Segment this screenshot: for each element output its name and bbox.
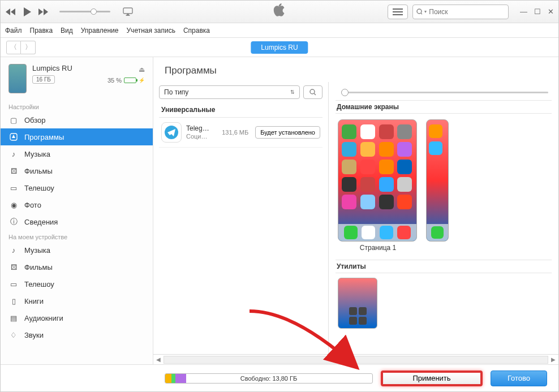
battery-icon bbox=[124, 77, 136, 83]
svg-line-8 bbox=[314, 93, 316, 95]
sidebar-item-device-sounds[interactable]: ♢Звуки bbox=[1, 326, 153, 343]
close-button[interactable]: ✕ bbox=[548, 7, 554, 16]
playback-controls bbox=[5, 6, 134, 18]
home-screen-page-2[interactable] bbox=[426, 119, 453, 252]
sidebar-item-info[interactable]: ⓘСведения bbox=[1, 213, 153, 230]
device-header: Lumpics RU ⏏ 16 ГБ 35 % ⚡ bbox=[1, 57, 153, 100]
svg-rect-3 bbox=[393, 14, 403, 15]
navigation-bar: 〈 〉 Lumpics RU bbox=[1, 38, 558, 57]
film-icon: ⚄ bbox=[8, 166, 19, 176]
horizontal-scrollbar[interactable]: ◀ ▶ bbox=[153, 354, 558, 364]
sidebar-item-overview[interactable]: ▢Обзор bbox=[1, 111, 153, 128]
device-icon: ▢ bbox=[8, 115, 19, 125]
scroll-right-icon[interactable]: ▶ bbox=[548, 356, 558, 363]
menu-controls[interactable]: Управление bbox=[81, 27, 119, 35]
updown-icon: ⇅ bbox=[290, 89, 295, 95]
nav-back-button[interactable]: 〈 bbox=[6, 41, 21, 54]
utilities-folder[interactable] bbox=[338, 278, 377, 329]
apply-button[interactable]: Применить bbox=[381, 371, 483, 386]
device-capacity: 16 ГБ bbox=[32, 75, 55, 84]
apps-search-button[interactable] bbox=[303, 85, 322, 99]
svg-rect-1 bbox=[393, 8, 403, 10]
apps-column: По типу ⇅ Универсальные Teleg… Соци… 131… bbox=[153, 82, 329, 354]
sidebar-item-device-tvshows[interactable]: ▭Телешоу bbox=[1, 275, 153, 292]
music-icon: ♪ bbox=[8, 245, 19, 255]
minimize-button[interactable]: ― bbox=[520, 7, 527, 16]
tv-icon: ▭ bbox=[8, 279, 19, 289]
svg-rect-2 bbox=[393, 11, 403, 12]
scroll-left-icon[interactable]: ◀ bbox=[153, 356, 164, 363]
sidebar-item-device-audiobooks[interactable]: ▤Аудиокниги bbox=[1, 309, 153, 326]
next-track-button[interactable] bbox=[38, 7, 49, 16]
view-list-button[interactable] bbox=[388, 5, 408, 19]
utilities-header: Утилиты bbox=[336, 260, 552, 273]
home-screen-page-1[interactable]: Страница 1 bbox=[338, 119, 418, 252]
sidebar-item-apps[interactable]: Программы bbox=[1, 128, 153, 145]
menu-account[interactable]: Учетная запись bbox=[127, 27, 175, 35]
menu-bar: Файл Правка Вид Управление Учетная запис… bbox=[1, 23, 558, 38]
titlebar: ▾ ― ☐ ✕ bbox=[1, 1, 558, 23]
storage-bar: Свободно: 13,80 ГБ bbox=[165, 373, 373, 384]
film-icon: ⚄ bbox=[8, 262, 19, 272]
nav-forward-button[interactable]: 〉 bbox=[21, 41, 36, 54]
svg-line-5 bbox=[421, 13, 422, 15]
sidebar-item-tvshows[interactable]: ▭Телешоу bbox=[1, 179, 153, 196]
app-size: 131,6 МБ bbox=[222, 129, 248, 136]
app-row-telegram[interactable]: Teleg… Соци… 131,6 МБ Будет установлено bbox=[159, 118, 322, 148]
menu-help[interactable]: Справка bbox=[183, 27, 210, 35]
telegram-icon bbox=[161, 122, 182, 143]
page-label: Страница 1 bbox=[338, 242, 418, 252]
apps-icon bbox=[8, 132, 19, 142]
bell-icon: ♢ bbox=[8, 330, 19, 340]
previous-track-button[interactable] bbox=[5, 7, 16, 16]
device-thumbnail bbox=[8, 64, 27, 93]
menu-view[interactable]: Вид bbox=[61, 27, 73, 35]
apps-section-universal: Универсальные bbox=[159, 102, 322, 118]
tv-icon: ▭ bbox=[8, 183, 19, 193]
search-input[interactable]: ▾ bbox=[412, 5, 509, 19]
volume-slider[interactable] bbox=[59, 11, 110, 12]
menu-file[interactable]: Файл bbox=[5, 27, 22, 35]
sidebar-item-device-books[interactable]: ▯Книги bbox=[1, 292, 153, 309]
app-name: Teleg… bbox=[186, 124, 217, 132]
app-category: Соци… bbox=[186, 133, 208, 140]
sidebar-item-device-movies[interactable]: ⚄Фильмы bbox=[1, 259, 153, 275]
battery-indicator: 35 % ⚡ bbox=[108, 77, 145, 84]
sidebar: Lumpics RU ⏏ 16 ГБ 35 % ⚡ Настройки ▢Обз… bbox=[1, 57, 153, 364]
airplay-icon[interactable] bbox=[122, 6, 134, 18]
home-screens-header: Домашние экраны bbox=[336, 100, 552, 114]
maximize-button[interactable]: ☐ bbox=[534, 7, 541, 16]
sidebar-section-settings: Настройки bbox=[1, 100, 153, 111]
svg-rect-0 bbox=[123, 8, 132, 14]
play-button[interactable] bbox=[22, 6, 32, 18]
footer: Свободно: 13,80 ГБ Применить Готово bbox=[1, 364, 558, 391]
done-button[interactable]: Готово bbox=[491, 371, 547, 386]
page-title: Программы bbox=[153, 57, 558, 82]
zoom-slider[interactable] bbox=[336, 87, 552, 98]
device-pill[interactable]: Lumpics RU bbox=[251, 41, 308, 54]
menu-edit[interactable]: Правка bbox=[30, 27, 53, 35]
eject-icon[interactable]: ⏏ bbox=[139, 66, 145, 74]
svg-point-4 bbox=[417, 9, 422, 14]
book-icon: ▯ bbox=[8, 296, 19, 306]
screens-column: Домашние экраны bbox=[329, 82, 558, 354]
sidebar-item-movies[interactable]: ⚄Фильмы bbox=[1, 162, 153, 179]
svg-point-7 bbox=[310, 89, 315, 94]
itunes-window: ▾ ― ☐ ✕ Файл Правка Вид Управление Учетн… bbox=[0, 0, 559, 392]
sidebar-item-device-music[interactable]: ♪Музыка bbox=[1, 242, 153, 259]
search-icon bbox=[309, 89, 316, 96]
storage-free-label: Свободно: 13,80 ГБ bbox=[240, 374, 297, 383]
apple-logo-icon bbox=[273, 3, 286, 20]
sidebar-item-music[interactable]: ♪Музыка bbox=[1, 145, 153, 162]
sidebar-item-photos[interactable]: ◉Фото bbox=[1, 196, 153, 213]
search-icon bbox=[416, 8, 422, 15]
info-icon: ⓘ bbox=[8, 217, 19, 227]
filter-select[interactable]: По типу ⇅ bbox=[159, 85, 300, 99]
device-name: Lumpics RU bbox=[32, 64, 72, 72]
sidebar-section-ondevice: На моем устройстве bbox=[1, 230, 153, 242]
main-panel: Программы По типу ⇅ Универсальные bbox=[153, 57, 558, 364]
audiobook-icon: ▤ bbox=[8, 313, 19, 323]
camera-icon: ◉ bbox=[8, 200, 19, 210]
chevron-down-icon: ▾ bbox=[424, 9, 427, 14]
app-install-button[interactable]: Будет установлено bbox=[255, 126, 320, 139]
